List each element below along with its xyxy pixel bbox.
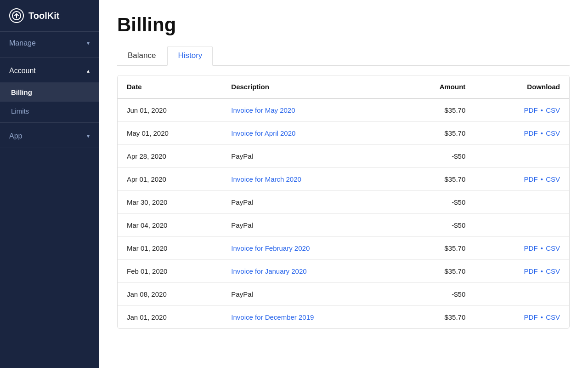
cell-date: Jan 01, 2020 [118,306,222,329]
invoice-link[interactable]: Invoice for March 2020 [231,175,301,183]
sidebar-limits-label: Limits [11,107,29,115]
cell-description: PayPal [222,283,397,306]
invoice-link[interactable]: Invoice for February 2020 [231,244,310,252]
table-row: Feb 01, 2020Invoice for January 2020$35.… [118,260,569,283]
download-pdf[interactable]: PDF [524,106,538,114]
tab-history-label: History [178,51,202,60]
table-row: Apr 28, 2020PayPal-$50 [118,145,569,168]
download-pdf[interactable]: PDF [524,175,538,183]
download-pdf[interactable]: PDF [524,267,538,275]
sidebar-item-billing[interactable]: Billing [0,83,99,102]
sidebar-manage-label: Manage [9,39,36,47]
cell-description: PayPal [222,145,397,168]
sidebar-item-app[interactable]: App ▾ [0,125,99,148]
cell-date: Mar 01, 2020 [118,237,222,260]
cell-description[interactable]: Invoice for March 2020 [222,168,397,191]
cell-download: PDF • CSV [475,122,569,145]
tab-history[interactable]: History [167,46,213,66]
cell-description: PayPal [222,191,397,214]
download-csv[interactable]: CSV [546,175,560,183]
cell-date: Mar 04, 2020 [118,214,222,237]
cell-date: Apr 01, 2020 [118,168,222,191]
sidebar-divider-1 [0,57,99,58]
billing-table: Date Description Amount Download Jun 01,… [118,75,569,328]
download-separator: • [539,106,545,114]
cell-description[interactable]: Invoice for February 2020 [222,237,397,260]
sidebar: ToolKit Manage ▾ Account ▴ Billing Limit… [0,0,99,368]
cell-download [475,145,569,168]
invoice-link[interactable]: Invoice for December 2019 [231,313,314,321]
tab-balance[interactable]: Balance [117,46,166,66]
cell-description: PayPal [222,214,397,237]
cell-download: PDF • CSV [475,98,569,122]
cell-amount: -$50 [397,145,475,168]
cell-description[interactable]: Invoice for January 2020 [222,260,397,283]
download-csv[interactable]: CSV [546,267,560,275]
cell-amount: -$50 [397,191,475,214]
cell-download: PDF • CSV [475,168,569,191]
cell-amount: $35.70 [397,306,475,329]
page-title: Billing [117,14,570,36]
download-separator: • [539,244,545,252]
table-header-row: Date Description Amount Download [118,75,569,98]
sidebar-item-manage[interactable]: Manage ▾ [0,32,99,55]
cell-download: PDF • CSV [475,260,569,283]
col-header-download: Download [475,75,569,98]
download-csv[interactable]: CSV [546,244,560,252]
download-csv[interactable]: CSV [546,313,560,321]
download-separator: • [539,313,545,321]
download-pdf[interactable]: PDF [524,129,538,137]
cell-date: Jan 08, 2020 [118,283,222,306]
sidebar-item-account[interactable]: Account ▴ [0,59,99,83]
cell-download: PDF • CSV [475,237,569,260]
cell-download [475,191,569,214]
billing-table-wrapper: Date Description Amount Download Jun 01,… [117,75,570,329]
cell-amount: -$50 [397,283,475,306]
cell-download: PDF • CSV [475,306,569,329]
download-csv[interactable]: CSV [546,106,560,114]
cell-date: Mar 30, 2020 [118,191,222,214]
table-row: Mar 30, 2020PayPal-$50 [118,191,569,214]
cell-amount: $35.70 [397,122,475,145]
cell-description[interactable]: Invoice for May 2020 [222,98,397,122]
cell-amount: $35.70 [397,98,475,122]
cell-amount: -$50 [397,214,475,237]
sidebar-billing-label: Billing [11,88,32,96]
sidebar-account-label: Account [9,67,36,75]
sidebar-logo[interactable]: ToolKit [0,0,99,32]
sidebar-app-label: App [9,132,22,140]
cell-download [475,214,569,237]
cell-download [475,283,569,306]
download-csv[interactable]: CSV [546,129,560,137]
download-separator: • [539,129,545,137]
chevron-down-icon-app: ▾ [87,133,90,139]
tabs-bar: Balance History [117,45,570,66]
table-row: Jan 08, 2020PayPal-$50 [118,283,569,306]
table-row: May 01, 2020Invoice for April 2020$35.70… [118,122,569,145]
table-row: Mar 04, 2020PayPal-$50 [118,214,569,237]
cell-date: Apr 28, 2020 [118,145,222,168]
invoice-link[interactable]: Invoice for May 2020 [231,106,295,114]
table-row: Apr 01, 2020Invoice for March 2020$35.70… [118,168,569,191]
tab-balance-label: Balance [128,51,156,60]
invoice-link[interactable]: Invoice for April 2020 [231,129,295,137]
cell-amount: $35.70 [397,168,475,191]
sidebar-item-limits[interactable]: Limits [0,102,99,121]
cell-amount: $35.70 [397,260,475,283]
cell-description[interactable]: Invoice for December 2019 [222,306,397,329]
sidebar-divider-2 [0,122,99,123]
cell-date: Jun 01, 2020 [118,98,222,122]
download-separator: • [539,175,545,183]
invoice-link[interactable]: Invoice for January 2020 [231,267,306,275]
cell-description[interactable]: Invoice for April 2020 [222,122,397,145]
cell-date: Feb 01, 2020 [118,260,222,283]
col-header-date: Date [118,75,222,98]
download-pdf[interactable]: PDF [524,244,538,252]
table-row: Mar 01, 2020Invoice for February 2020$35… [118,237,569,260]
table-row: Jun 01, 2020Invoice for May 2020$35.70PD… [118,98,569,122]
main-content: Billing Balance History Date Description… [99,0,588,368]
cell-date: May 01, 2020 [118,122,222,145]
download-pdf[interactable]: PDF [524,313,538,321]
col-header-description: Description [222,75,397,98]
chevron-up-icon: ▴ [87,68,90,74]
